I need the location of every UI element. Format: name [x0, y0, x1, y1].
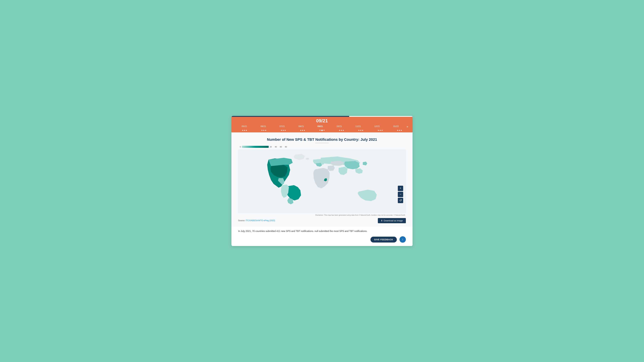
dot — [302, 130, 303, 131]
legend-mark-60: 60 — [280, 146, 282, 148]
dot-group-3 — [293, 130, 312, 131]
dot-group-7 — [370, 130, 390, 131]
zoom-controls: + − ↺ — [398, 186, 403, 203]
download-icon: ⬇ — [381, 219, 383, 222]
dot — [300, 130, 301, 131]
dot — [362, 130, 363, 131]
dot-group-6 — [351, 130, 370, 131]
dot-group-0 — [235, 130, 254, 131]
zoom-out-button[interactable]: − — [398, 192, 403, 197]
legend-container: 0 20 40 60 80 — [240, 146, 406, 148]
dot-group-1 — [254, 130, 274, 131]
world-map-svg — [238, 149, 406, 213]
chart-title: Number of New SPS & TBT Notifications by… — [238, 137, 406, 142]
timeline-current-label: 09/21 — [232, 117, 412, 124]
dot — [244, 130, 245, 131]
main-container: 09/21 05/21 06/21 07/21 08/21 09/21 10/2… — [232, 116, 412, 246]
source-text: Source: ITC/UNDESA/WTO ePing (2022) — [238, 219, 275, 222]
summary-paragraph: In July 2021, 70 countries submitted 411… — [238, 229, 406, 233]
zoom-in-button[interactable]: + — [398, 186, 403, 191]
timeline-dots — [232, 130, 412, 132]
legend-gradient — [242, 146, 269, 148]
dot — [262, 130, 262, 131]
dot-active — [321, 130, 323, 131]
dot — [263, 130, 264, 131]
dot — [341, 130, 342, 131]
dot — [284, 130, 286, 131]
dot — [401, 130, 402, 131]
dot-group-2 — [274, 130, 293, 131]
download-label: Download as image — [384, 219, 403, 222]
timeline-month-0921[interactable]: 09/21 — [310, 125, 330, 128]
source-link[interactable]: ITC/UNDESA/WTO ePing (2022) — [246, 219, 275, 222]
summary-section: In July 2021, 70 countries submitted 411… — [232, 229, 412, 236]
chart-title-underline — [315, 143, 329, 143]
timeline-month-0821[interactable]: 08/21 — [292, 125, 310, 128]
timeline-month-0521[interactable]: 05/21 — [235, 125, 254, 128]
dot — [304, 130, 305, 131]
dot — [382, 130, 382, 131]
timeline-month-1121[interactable]: 11/21 — [349, 125, 368, 128]
dot — [320, 130, 320, 131]
dot — [246, 130, 247, 131]
dot-group-8 — [390, 130, 410, 131]
dot — [283, 130, 284, 131]
dot — [242, 130, 243, 131]
content-area: Number of New SPS & TBT Notifications by… — [232, 132, 412, 227]
map-disclaimer: Disclaimer: This map has been generated … — [238, 214, 406, 216]
timeline-month-0122[interactable]: 01/22 — [386, 125, 406, 128]
scroll-top-button[interactable]: ↑ — [400, 236, 406, 243]
dot — [343, 130, 344, 131]
footer-row: Source: ITC/UNDESA/WTO ePing (2022) ⬇ Do… — [238, 218, 406, 223]
zoom-reset-button[interactable]: ↺ — [398, 198, 403, 203]
dot — [380, 130, 381, 131]
dot — [397, 130, 398, 131]
dot — [399, 130, 400, 131]
dot — [358, 130, 360, 131]
dot-group-active — [312, 130, 332, 131]
feedback-button[interactable]: GIVE FEEDBACK — [370, 237, 397, 243]
timeline-month-0721[interactable]: 07/21 — [273, 125, 292, 128]
timeline-month-1021[interactable]: 10/21 — [330, 125, 349, 128]
legend-min-label: 0 — [240, 146, 241, 148]
dot — [265, 130, 266, 131]
dot — [378, 130, 379, 131]
download-button[interactable]: ⬇ Download as image — [378, 218, 406, 223]
timeline-month-1221[interactable]: 12/21 — [368, 125, 386, 128]
source-label: Source: — [238, 219, 245, 222]
legend-mark-20: 20 — [270, 146, 272, 148]
timeline-header: 09/21 05/21 06/21 07/21 08/21 09/21 10/2… — [232, 117, 412, 132]
legend-mark-80: 80 — [285, 146, 287, 148]
feedback-area: GIVE FEEDBACK ↑ — [232, 236, 412, 246]
timeline-month-0621[interactable]: 06/21 — [254, 125, 273, 128]
legend-mark-40: 40 — [275, 146, 277, 148]
dot — [281, 130, 282, 131]
dot — [339, 130, 340, 131]
dot — [324, 130, 324, 131]
map-container: + − ↺ — [238, 149, 406, 213]
dot — [360, 130, 361, 131]
timeline-months: 05/21 06/21 07/21 08/21 09/21 10/21 11/2… — [232, 124, 412, 130]
dot-group-5 — [332, 130, 351, 131]
timeline-forward-icon[interactable]: » — [406, 125, 409, 128]
